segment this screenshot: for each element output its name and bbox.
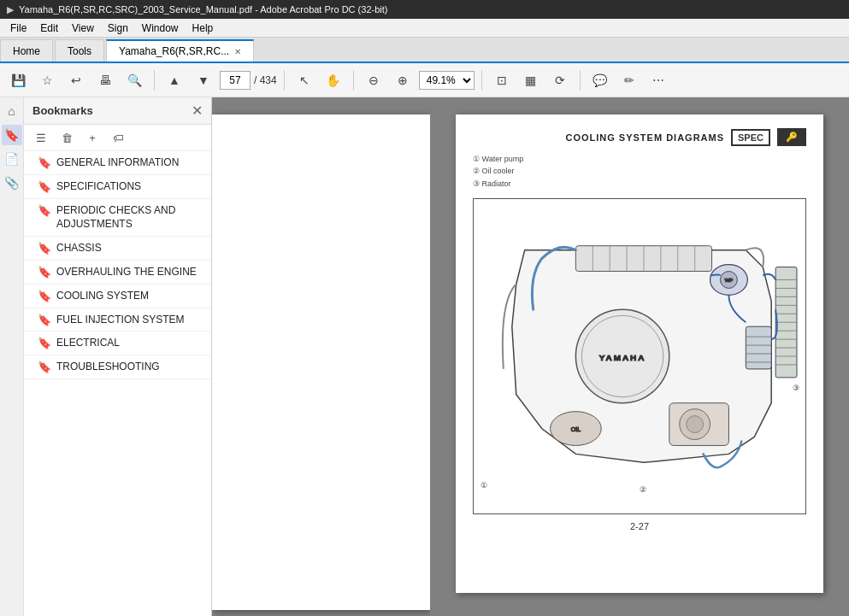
nav-bookmarks-icon[interactable]: 🔖 (2, 125, 22, 145)
title-bar: ▶ Yamaha_R6(R,SR,RC,SRC)_2003_Service_Ma… (0, 0, 849, 19)
menu-bar: File Edit View Sign Window Help (0, 19, 849, 38)
find-button[interactable]: 🔍 (121, 68, 147, 92)
bookmark-troubleshooting[interactable]: 🔖 TROUBLESHOOTING (24, 355, 211, 379)
page-number: 2-27 (473, 521, 806, 531)
bookmark-electrical[interactable]: 🔖 ELECTRICAL (24, 331, 211, 355)
bookmarks-sidebar: Bookmarks ✕ ☰ 🗑 + 🏷 🔖 GENERAL INFORMATIO… (24, 97, 212, 616)
legend-item-1: ① Water pump (473, 153, 806, 165)
toolbar: 💾 ☆ ↩ 🖶 🔍 ▲ ▼ / 434 ↖ ✋ ⊖ ⊕ 10% 25% 49.1… (0, 63, 849, 97)
svg-text:YAMAHA: YAMAHA (599, 353, 646, 362)
menu-file[interactable]: File (3, 21, 33, 36)
tab-tools-label: Tools (68, 45, 91, 57)
doc-content: COOLING SYSTEM DIAGRAMS SPEC 🔑 ① Water p… (456, 114, 823, 593)
next-page-button[interactable]: ▼ (191, 68, 216, 92)
sep5 (580, 70, 581, 91)
engine-diagram-svg: YAMAHA WP (474, 199, 805, 513)
menu-edit[interactable]: Edit (33, 21, 65, 36)
zoom-out-button[interactable]: ⊖ (361, 68, 386, 92)
bookmark-icon-6: 🔖 (38, 314, 51, 326)
bookmark-general-information[interactable]: 🔖 GENERAL INFORMATION (24, 151, 211, 175)
bookmark-icon-3: 🔖 (38, 242, 51, 255)
main-content: ⌂ 🔖 📄 📎 Bookmarks ✕ ☰ 🗑 + 🏷 🔖 GENERAL IN… (0, 97, 849, 616)
sidebar-view-btn[interactable]: ☰ (31, 128, 51, 147)
sidebar-title: Bookmarks (32, 104, 93, 117)
sep1 (154, 70, 155, 91)
nav-attachments-icon[interactable]: 📎 (2, 173, 22, 193)
tab-home[interactable]: Home (0, 39, 53, 62)
tab-close-icon[interactable]: ✕ (234, 47, 241, 56)
bookmark-label-7: ELECTRICAL (56, 336, 120, 350)
menu-sign[interactable]: Sign (101, 21, 135, 36)
bookmark-label-3: CHASSIS (56, 241, 102, 255)
tab-tools[interactable]: Tools (55, 39, 104, 62)
tab-document[interactable]: Yamaha_R6(R,SR,RC... ✕ (106, 39, 254, 62)
sidebar-add-btn[interactable]: + (82, 128, 103, 147)
key-icon: 🔑 (786, 132, 798, 143)
svg-text:②: ② (640, 485, 646, 494)
prev-page-button[interactable]: ▲ (162, 68, 187, 92)
sep2 (284, 70, 285, 91)
back-button[interactable]: ↩ (63, 68, 89, 92)
svg-point-36 (687, 416, 704, 433)
rotate-button[interactable]: ⟳ (547, 68, 573, 92)
bookmark-icon-2: 🔖 (38, 204, 51, 217)
key-badge: 🔑 (777, 128, 806, 146)
bookmark-icon-0: 🔖 (38, 156, 51, 169)
page-input[interactable] (220, 71, 251, 90)
pen-button[interactable]: ✏ (616, 68, 642, 92)
page-navigation: ▲ ▼ / 434 (162, 68, 277, 92)
svg-text:OIL: OIL (571, 426, 581, 432)
nav-pages-icon[interactable]: 📄 (2, 149, 22, 169)
menu-view[interactable]: View (65, 21, 101, 36)
diagram-legend: ① Water pump ② Oil cooler ③ Radiator (473, 153, 806, 190)
legend-item-3: ③ Radiator (473, 178, 806, 190)
svg-rect-15 (746, 326, 771, 369)
bookmark-specifications[interactable]: 🔖 SPECIFICATIONS (24, 175, 211, 199)
cursor-tool-button[interactable]: ↖ (292, 68, 317, 92)
left-nav: ⌂ 🔖 📄 📎 (0, 97, 24, 616)
sep3 (353, 70, 354, 91)
hand-tool-button[interactable]: ✋ (321, 68, 346, 92)
bookmark-label-2: PERIODIC CHECKS AND ADJUSTMENTS (56, 203, 204, 232)
bookmark-overhauling[interactable]: 🔖 OVERHAULING THE ENGINE (24, 261, 211, 285)
engine-diagram-box: YAMAHA WP (473, 198, 806, 514)
nav-home-icon[interactable]: ⌂ (2, 101, 22, 121)
bookmark-label-1: SPECIFICATIONS (56, 179, 141, 194)
menu-help[interactable]: Help (186, 21, 221, 36)
bookmark-chassis[interactable]: 🔖 CHASSIS (24, 237, 211, 261)
doc-header-title: COOLING SYSTEM DIAGRAMS (565, 132, 724, 143)
bookmark-button[interactable]: ☆ (34, 68, 60, 92)
print-button[interactable]: 🖶 (92, 68, 118, 92)
bookmark-icon-8: 🔖 (38, 361, 51, 373)
bookmark-list: 🔖 GENERAL INFORMATION 🔖 SPECIFICATIONS 🔖… (24, 151, 211, 616)
svg-text:①: ① (481, 481, 487, 490)
save-button[interactable]: 💾 (5, 68, 31, 92)
bookmark-label-8: TROUBLESHOOTING (56, 360, 160, 374)
fit-button[interactable]: ⊡ (489, 68, 515, 92)
sep4 (481, 70, 482, 91)
zoom-in-button[interactable]: ⊕ (390, 68, 416, 92)
bookmark-label-0: GENERAL INFORMATION (56, 155, 179, 170)
tab-home-label: Home (13, 45, 40, 57)
comment-button[interactable]: 💬 (587, 68, 613, 92)
bookmark-fuel-injection[interactable]: 🔖 FUEL INJECTION SYSTEM (24, 308, 211, 332)
bookmark-icon-1: 🔖 (38, 180, 51, 193)
spec-badge: SPEC (731, 129, 770, 146)
zoom-select[interactable]: 10% 25% 49.1% 75% 100% 125% 150% 200% (419, 71, 475, 90)
title-bar-text: Yamaha_R6(R,SR,RC,SRC)_2003_Service_Manu… (19, 4, 387, 15)
bookmark-icon-5: 🔖 (38, 290, 51, 302)
svg-text:③: ③ (793, 384, 799, 392)
bookmark-periodic-checks[interactable]: 🔖 PERIODIC CHECKS AND ADJUSTMENTS (24, 199, 211, 238)
sidebar-close-icon[interactable]: ✕ (192, 103, 203, 119)
sidebar-header: Bookmarks ✕ (24, 97, 211, 125)
layout-button[interactable]: ▦ (518, 68, 544, 92)
more-button[interactable]: ⋯ (646, 68, 671, 92)
sidebar-tag-btn[interactable]: 🏷 (108, 128, 128, 147)
bookmark-cooling-system[interactable]: 🔖 COOLING SYSTEM (24, 285, 211, 308)
pdf-viewer-area: ◀ (212, 97, 430, 616)
tab-bar: Home Tools Yamaha_R6(R,SR,RC... ✕ (0, 38, 849, 63)
bookmark-label-6: FUEL INJECTION SYSTEM (56, 313, 185, 327)
menu-window[interactable]: Window (135, 21, 186, 36)
svg-text:WP: WP (725, 279, 734, 284)
sidebar-delete-btn[interactable]: 🗑 (56, 128, 77, 147)
